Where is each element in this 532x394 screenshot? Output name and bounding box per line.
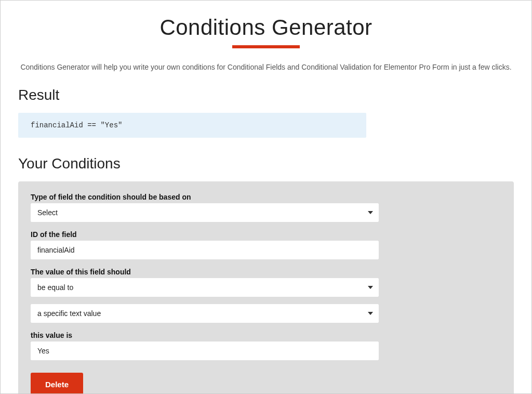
accent-bar bbox=[232, 45, 300, 48]
result-heading: Result bbox=[18, 87, 514, 103]
field-type-label: Type of field the condition should be ba… bbox=[31, 193, 379, 201]
value-should-label: The value of this field should bbox=[31, 268, 379, 276]
value-input[interactable] bbox=[31, 342, 379, 360]
delete-button[interactable]: Delete bbox=[31, 373, 83, 394]
this-value-label: this value is bbox=[31, 331, 379, 339]
field-id-input[interactable] bbox=[31, 241, 379, 259]
page-title: Conditions Generator bbox=[18, 15, 514, 40]
operator-select[interactable]: be equal to bbox=[31, 278, 379, 297]
value-type-select[interactable]: a specific text value bbox=[31, 304, 379, 323]
conditions-heading: Your Conditions bbox=[18, 155, 514, 172]
page-subtitle: Conditions Generator will help you write… bbox=[18, 63, 514, 71]
conditions-panel: Type of field the condition should be ba… bbox=[18, 181, 514, 394]
field-id-label: ID of the field bbox=[31, 230, 379, 239]
field-type-select[interactable]: Select bbox=[31, 203, 379, 222]
result-code: financialAid == "Yes" bbox=[18, 113, 366, 138]
